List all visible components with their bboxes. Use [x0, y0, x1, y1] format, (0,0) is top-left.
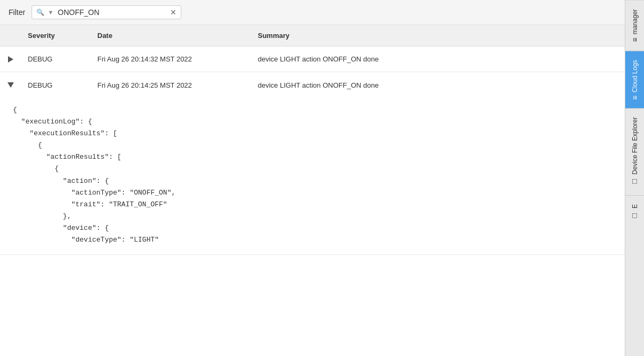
- row-summary: device LIGHT action ONOFF_ON done: [251, 51, 625, 67]
- expanded-json-content: { "executionLog": { "executionResults": …: [0, 98, 625, 255]
- sidebar-item-manager[interactable]: ≡ manager: [625, 0, 644, 51]
- header-summary: Summary: [251, 29, 625, 42]
- filter-dropdown-icon[interactable]: ▼: [48, 9, 53, 16]
- expand-down-icon: [7, 82, 14, 88]
- manager-icon: ≡: [631, 37, 639, 42]
- filter-input-wrapper: 🔍 ▼ ✕: [32, 5, 181, 19]
- table-header: Severity Date Summary: [0, 25, 625, 47]
- expand-right-icon: [8, 56, 13, 63]
- row-severity: DEBUG: [21, 77, 91, 94]
- row-expand-button[interactable]: [0, 52, 21, 67]
- row-date: Fri Aug 26 20:14:25 MST 2022: [91, 77, 251, 94]
- sidebar-item-device-file-explorer[interactable]: □ Device File Explorer: [625, 108, 644, 195]
- header-expand: [0, 29, 21, 42]
- log-table: Severity Date Summary DEBUG Fri Aug 26 2…: [0, 25, 625, 356]
- table-row[interactable]: DEBUG Fri Aug 26 20:14:25 MST 2022 devic…: [0, 72, 625, 98]
- cloud-logs-icon: ≡: [631, 95, 639, 99]
- row-expand-button[interactable]: [0, 78, 21, 92]
- sidebar-item-label: E: [631, 204, 639, 208]
- header-date: Date: [91, 29, 251, 42]
- device-file-explorer-icon: □: [631, 178, 639, 187]
- filter-search-icon: 🔍: [36, 9, 44, 16]
- header-severity: Severity: [21, 29, 91, 42]
- sidebar-item-extra[interactable]: □ E: [625, 195, 644, 229]
- main-content: Filter 🔍 ▼ ✕ Severity Date Summary DEBUG…: [0, 0, 625, 356]
- sidebar-item-cloud-logs[interactable]: ≡ Cloud Logs: [625, 51, 644, 109]
- row-severity: DEBUG: [21, 51, 91, 67]
- extra-icon: □: [631, 212, 639, 220]
- filter-label: Filter: [9, 8, 25, 17]
- sidebar: ≡ manager ≡ Cloud Logs □ Device File Exp…: [625, 0, 644, 356]
- sidebar-item-label: manager: [631, 9, 639, 34]
- row-summary: device LIGHT action ONOFF_ON done: [251, 77, 625, 94]
- filter-input[interactable]: [58, 8, 167, 17]
- filter-clear-button[interactable]: ✕: [170, 9, 177, 16]
- row-date: Fri Aug 26 20:14:32 MST 2022: [91, 51, 251, 67]
- sidebar-item-label: Cloud Logs: [631, 60, 639, 92]
- filter-bar: Filter 🔍 ▼ ✕: [0, 0, 625, 25]
- sidebar-item-label: Device File Explorer: [631, 117, 639, 174]
- table-row[interactable]: DEBUG Fri Aug 26 20:14:32 MST 2022 devic…: [0, 47, 625, 72]
